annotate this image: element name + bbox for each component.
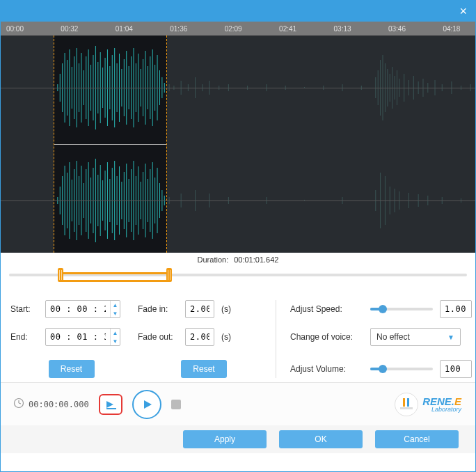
playback-time: 00:00:00.000 bbox=[29, 400, 89, 409]
volume-value[interactable] bbox=[441, 364, 471, 374]
volume-label: Adjust Volume: bbox=[290, 364, 363, 374]
duration-value: 00:01:01.642 bbox=[234, 255, 278, 264]
ruler-tick: 00:32 bbox=[61, 25, 78, 33]
volume-input[interactable] bbox=[440, 360, 472, 378]
svg-marker-108 bbox=[106, 401, 113, 408]
voice-select[interactable]: No effect ▼ bbox=[370, 328, 461, 346]
start-input[interactable]: ▲▼ bbox=[45, 300, 120, 318]
svg-marker-110 bbox=[144, 400, 152, 409]
ruler-tick: 03:46 bbox=[388, 25, 406, 33]
fadeout-value[interactable] bbox=[186, 332, 214, 342]
speed-slider[interactable] bbox=[370, 308, 433, 310]
svg-rect-113 bbox=[400, 407, 413, 409]
timeline-ruler[interactable]: 00:00 00:32 01:04 01:36 02:09 02:41 03:1… bbox=[1, 22, 475, 36]
end-input[interactable]: ▲▼ bbox=[45, 328, 120, 346]
svg-line-107 bbox=[19, 403, 21, 404]
ruler-tick: 03:13 bbox=[334, 25, 351, 33]
voice-value: No effect bbox=[376, 332, 410, 342]
stop-button[interactable] bbox=[171, 400, 181, 409]
end-value[interactable] bbox=[46, 332, 110, 342]
clock-icon bbox=[13, 398, 24, 411]
start-label: Start: bbox=[10, 304, 38, 314]
ruler-tick: 01:04 bbox=[116, 25, 133, 33]
duration-row: Duration: 00:01:01.642 bbox=[1, 253, 475, 267]
speed-value[interactable] bbox=[441, 304, 471, 314]
logo-icon bbox=[395, 393, 418, 416]
cancel-button[interactable]: Cancel bbox=[375, 430, 459, 448]
dialog-buttons: Apply OK Cancel bbox=[1, 425, 475, 453]
ruler-tick: 02:09 bbox=[225, 25, 242, 33]
playback-bar: 00:00:00.000 RENE.E Laboratory bbox=[1, 382, 475, 425]
svg-rect-112 bbox=[407, 398, 409, 407]
waveform-display[interactable] bbox=[1, 36, 475, 253]
reset-fade-button[interactable]: Reset bbox=[181, 360, 227, 378]
apply-button[interactable]: Apply bbox=[183, 430, 267, 448]
svg-rect-111 bbox=[403, 398, 405, 407]
fadeout-label: Fade out: bbox=[138, 332, 178, 342]
spin-down-icon[interactable]: ▼ bbox=[111, 337, 120, 345]
speed-input[interactable] bbox=[440, 300, 472, 318]
voice-label: Change of voice: bbox=[290, 332, 363, 342]
fade-unit: (s) bbox=[221, 332, 231, 342]
ruler-tick: 00:00 bbox=[6, 25, 24, 33]
volume-slider[interactable] bbox=[370, 368, 433, 370]
spin-down-icon[interactable]: ▼ bbox=[111, 309, 120, 317]
ruler-tick: 04:18 bbox=[443, 25, 460, 33]
end-label: End: bbox=[10, 332, 38, 342]
brand-logo: RENE.E Laboratory bbox=[395, 393, 461, 416]
reset-trim-button[interactable]: Reset bbox=[49, 360, 95, 378]
ruler-tick: 02:41 bbox=[279, 25, 296, 33]
titlebar: × bbox=[1, 1, 475, 22]
spin-up-icon[interactable]: ▲ bbox=[111, 301, 120, 309]
fadein-value[interactable] bbox=[186, 304, 214, 314]
ruler-tick: 01:36 bbox=[170, 25, 187, 33]
duration-label: Duration: bbox=[198, 255, 229, 264]
start-value[interactable] bbox=[46, 304, 110, 314]
play-button[interactable] bbox=[132, 390, 161, 419]
speed-label: Adjust Speed: bbox=[290, 304, 363, 314]
spin-up-icon[interactable]: ▲ bbox=[111, 329, 120, 337]
waveform-channel-top bbox=[1, 36, 475, 140]
chevron-down-icon: ▼ bbox=[447, 333, 454, 341]
fadein-input[interactable] bbox=[185, 300, 214, 318]
fadeout-input[interactable] bbox=[185, 328, 214, 346]
range-handle-end[interactable] bbox=[166, 268, 172, 282]
waveform-channel-bottom bbox=[1, 148, 475, 253]
play-selection-button[interactable] bbox=[99, 394, 122, 415]
close-icon[interactable]: × bbox=[459, 4, 467, 19]
ok-button[interactable]: OK bbox=[279, 430, 363, 448]
fade-unit: (s) bbox=[221, 304, 231, 314]
range-handle-start[interactable] bbox=[58, 268, 63, 282]
range-slider[interactable] bbox=[1, 267, 475, 293]
fadein-label: Fade in: bbox=[138, 304, 178, 314]
